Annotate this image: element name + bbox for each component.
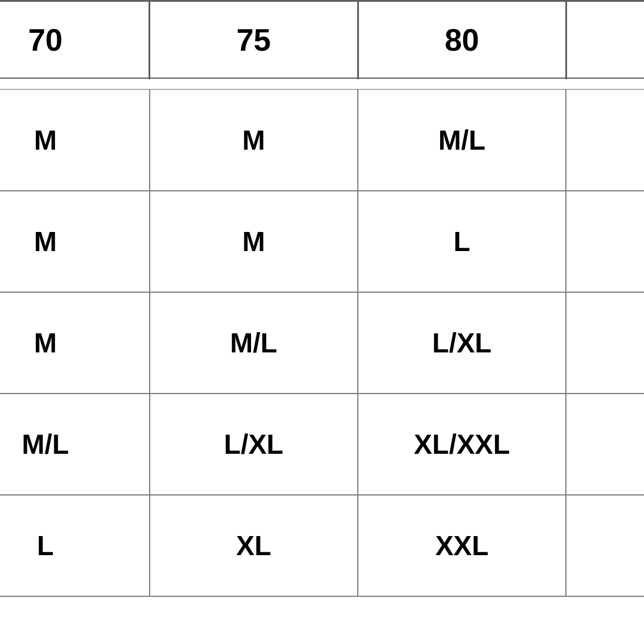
size-value: M/L xyxy=(230,327,277,358)
header-cell: 70 xyxy=(0,1,150,79)
header-cell: 75 xyxy=(150,1,358,79)
size-cell: L/X xyxy=(566,191,644,292)
table-row: M M L L/X xyxy=(0,191,644,292)
header-value: 75 xyxy=(236,23,271,57)
table-header-row: 70 75 80 85 xyxy=(0,1,644,79)
header-value: 80 xyxy=(445,23,479,57)
size-cell: L/XL xyxy=(150,394,358,495)
header-value: 70 xyxy=(28,23,63,57)
size-cell: L xyxy=(0,495,150,596)
size-cell: L xyxy=(358,191,566,292)
size-value: XL/XXL xyxy=(414,429,510,460)
size-cell: M/L xyxy=(358,89,566,191)
header-cell: 80 xyxy=(358,1,566,79)
size-cell: XXI xyxy=(566,495,644,596)
size-cell: L/XL xyxy=(358,292,566,394)
size-cell: M xyxy=(0,89,150,191)
size-value: M xyxy=(242,125,265,156)
size-value: L/XL xyxy=(224,429,284,460)
size-cell: M/L xyxy=(0,394,150,495)
size-value: L xyxy=(37,530,54,561)
size-cell: M xyxy=(150,89,358,191)
table-row: M/L L/XL XL/XXL XL xyxy=(0,394,644,495)
header-cell: 85 xyxy=(566,1,644,79)
size-value: XXL xyxy=(435,530,488,561)
size-cell: XL xyxy=(150,495,358,596)
size-cell: M xyxy=(0,292,150,394)
size-value: M xyxy=(34,125,57,156)
size-value: L/XL xyxy=(432,327,492,358)
size-cell: XL xyxy=(566,292,644,394)
size-value: M xyxy=(242,226,265,257)
table-row: L XL XXL XXI xyxy=(0,495,644,596)
size-cell: L/X xyxy=(566,89,644,191)
size-value: M/L xyxy=(438,125,485,156)
size-value: M xyxy=(34,226,57,257)
table-row: M M/L L/XL XL xyxy=(0,292,644,394)
size-value: L xyxy=(454,226,470,257)
size-cell: M xyxy=(150,191,358,292)
size-value: M xyxy=(34,327,57,358)
size-cell: M xyxy=(0,191,150,292)
size-chart-table: 70 75 80 85 M M M/L L/X M M L L/X M M/L … xyxy=(0,0,644,597)
size-value: XL xyxy=(236,530,271,561)
size-cell: M/L xyxy=(150,292,358,394)
size-cell: XL xyxy=(566,394,644,495)
size-value: M/L xyxy=(22,429,69,460)
size-cell: XXL xyxy=(358,495,566,596)
table-row: M M M/L L/X xyxy=(0,89,644,191)
size-cell: XL/XXL xyxy=(358,394,566,495)
